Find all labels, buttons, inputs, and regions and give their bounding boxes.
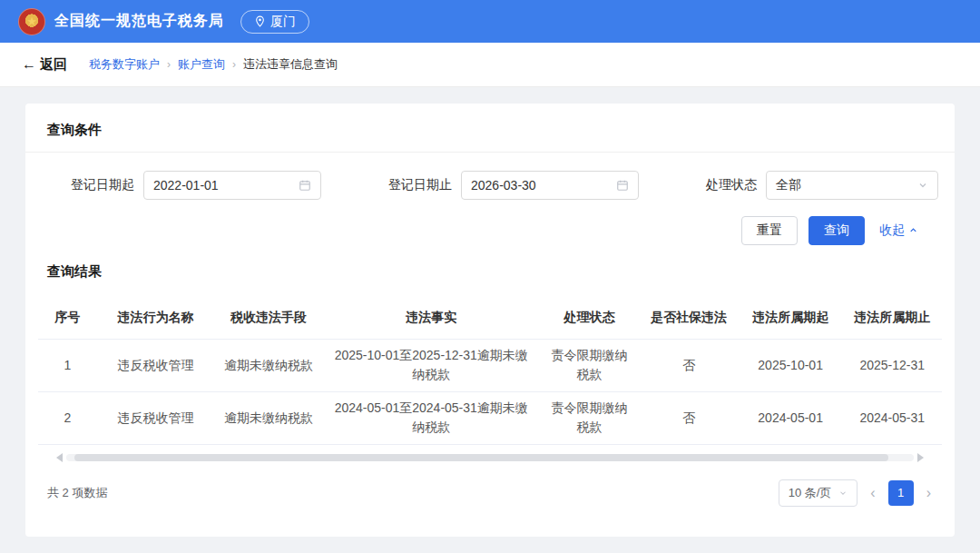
register-date-end-value[interactable] (471, 178, 616, 193)
col-header-violation-means: 税收违法手段 (214, 297, 323, 339)
breadcrumb-item-digital-account[interactable]: 税务数字账户 (89, 56, 160, 73)
breadcrumb-separator: › (232, 58, 236, 71)
register-date-start-value[interactable] (153, 178, 299, 193)
table-footer: 共 2 项数据 10 条/页 ‹ 1 › (25, 463, 955, 507)
total-count-label: 共 2 项数据 (47, 485, 107, 501)
results-table-wrap: 序号 违法行为名称 税收违法手段 违法事实 处理状态 是否社保违法 违法所属期起… (25, 293, 955, 463)
prev-page-button[interactable]: ‹ (868, 486, 877, 500)
table-row: 1 违反税收管理 逾期未缴纳税款 2025-10-01至2025-12-31逾期… (38, 339, 942, 391)
cell-period-start: 2024-05-01 (739, 391, 843, 444)
app-title: 全国统一规范电子税务局 (54, 12, 224, 31)
cell-violation-name: 违反税收管理 (97, 391, 214, 444)
results-table: 序号 违法行为名称 税收违法手段 违法事实 处理状态 是否社保违法 违法所属期起… (38, 297, 942, 445)
calendar-icon (299, 179, 311, 192)
content-card: 查询条件 登记日期起 登记日期止 (25, 104, 955, 537)
location-label: 厦门 (270, 14, 296, 30)
col-header-violation-name: 违法行为名称 (97, 297, 214, 339)
cell-handle-status: 责令限期缴纳税款 (540, 391, 640, 444)
breadcrumb-bar: ← 返回 税务数字账户 › 账户查询 › 违法违章信息查询 (0, 43, 980, 87)
pagination: 10 条/页 ‹ 1 › (779, 479, 933, 507)
scroll-left-arrow-icon[interactable] (56, 453, 63, 462)
breadcrumb-item-current: 违法违章信息查询 (243, 56, 338, 73)
cell-period-start: 2025-10-01 (739, 339, 843, 391)
query-form: 登记日期起 登记日期止 处理状态 (25, 153, 955, 200)
current-page-button[interactable]: 1 (888, 480, 914, 506)
handle-status-value: 全部 (776, 177, 801, 193)
register-date-start-input[interactable] (143, 171, 321, 200)
breadcrumb: 税务数字账户 › 账户查询 › 违法违章信息查询 (89, 56, 338, 73)
page-size-select[interactable]: 10 条/页 (779, 479, 858, 507)
search-button[interactable]: 查询 (808, 216, 865, 245)
breadcrumb-separator: › (167, 58, 171, 71)
col-header-handle-status: 处理状态 (540, 297, 640, 339)
query-results-title: 查询结果 (25, 245, 955, 293)
cell-period-end: 2025-12-31 (842, 339, 942, 391)
col-header-social-security: 是否社保违法 (639, 297, 739, 339)
location-pin-icon (254, 15, 266, 27)
breadcrumb-item-account-query[interactable]: 账户查询 (178, 56, 225, 73)
col-header-period-end: 违法所属期止 (842, 297, 942, 339)
chevron-down-icon (838, 489, 848, 498)
field-handle-status: 处理状态 全部 (706, 171, 938, 200)
register-date-end-input[interactable] (461, 171, 639, 200)
handle-status-select[interactable]: 全部 (766, 171, 938, 200)
cell-violation-name: 违反税收管理 (97, 339, 214, 391)
scroll-right-arrow-icon[interactable] (917, 453, 924, 462)
query-actions: 重置 查询 收起 (25, 200, 955, 245)
collapse-toggle[interactable]: 收起 (879, 222, 918, 239)
calendar-icon (616, 179, 629, 192)
cell-social-security: 否 (639, 339, 739, 391)
reset-button[interactable]: 重置 (741, 216, 798, 245)
register-date-start-label: 登记日期起 (71, 177, 134, 193)
handle-status-label: 处理状态 (706, 177, 757, 193)
cell-violation-means: 逾期未缴纳税款 (214, 391, 323, 444)
cell-handle-status: 责令限期缴纳税款 (540, 339, 640, 391)
back-button[interactable]: ← 返回 (22, 56, 67, 74)
query-conditions-title: 查询条件 (25, 104, 955, 152)
collapse-label: 收起 (879, 222, 905, 239)
tax-bureau-emblem-icon: ★ (18, 8, 45, 35)
cell-violation-fact: 2024-05-01至2024-05-31逾期未缴纳税款 (323, 391, 540, 444)
chevron-up-icon (908, 223, 918, 238)
cell-violation-fact: 2025-10-01至2025-12-31逾期未缴纳税款 (323, 339, 540, 391)
col-header-period-start: 违法所属期起 (739, 297, 843, 339)
cell-index: 2 (38, 391, 97, 444)
cell-index: 1 (38, 339, 97, 391)
table-header-row: 序号 违法行为名称 税收违法手段 违法事实 处理状态 是否社保违法 违法所属期起… (38, 297, 942, 339)
next-page-button[interactable]: › (925, 486, 933, 500)
scrollbar-thumb[interactable] (74, 454, 888, 461)
col-header-index: 序号 (38, 297, 97, 339)
cell-period-end: 2024-05-31 (842, 391, 942, 444)
field-register-date-end: 登记日期止 (388, 171, 639, 200)
field-register-date-start: 登记日期起 (71, 171, 321, 200)
back-label: 返回 (40, 56, 67, 74)
page-body: 查询条件 登记日期起 登记日期止 (0, 87, 980, 553)
register-date-end-label: 登记日期止 (388, 177, 452, 193)
back-arrow-icon: ← (22, 56, 36, 73)
cell-social-security: 否 (639, 391, 739, 444)
chevron-down-icon (917, 180, 928, 191)
page-size-value: 10 条/页 (789, 485, 832, 501)
table-row: 2 违反税收管理 逾期未缴纳税款 2024-05-01至2024-05-31逾期… (38, 391, 942, 444)
location-selector[interactable]: 厦门 (240, 10, 309, 34)
app-header: ★ 全国统一规范电子税务局 厦门 (0, 0, 980, 43)
cell-violation-means: 逾期未缴纳税款 (214, 339, 323, 391)
col-header-violation-fact: 违法事实 (323, 297, 540, 339)
horizontal-scrollbar[interactable] (56, 452, 924, 463)
scrollbar-track[interactable] (66, 454, 914, 461)
